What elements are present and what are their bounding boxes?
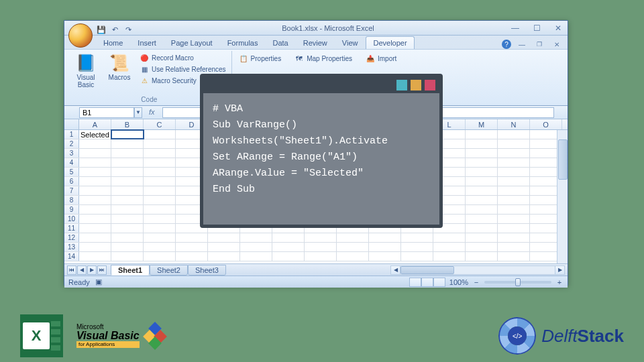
cell-N14[interactable] xyxy=(498,252,530,261)
cell-M1[interactable] xyxy=(466,130,498,139)
cell-B2[interactable] xyxy=(111,139,144,148)
cell-I14[interactable] xyxy=(337,252,369,261)
sheet-tab-sheet2[interactable]: Sheet2 xyxy=(150,265,188,276)
cell-N8[interactable] xyxy=(498,196,530,204)
cell-C10[interactable] xyxy=(144,215,176,223)
cell-N5[interactable] xyxy=(498,168,530,176)
relative-refs-button[interactable]: ▦ Use Relative References xyxy=(138,64,227,74)
workbook-restore-icon[interactable]: ❐ xyxy=(533,40,546,49)
page-break-view-button[interactable] xyxy=(433,278,445,287)
cell-M11[interactable] xyxy=(466,224,498,233)
sheet-tab-sheet3[interactable]: Sheet3 xyxy=(188,265,226,276)
cell-A4[interactable] xyxy=(79,158,111,167)
cell-C14[interactable] xyxy=(144,252,176,261)
zoom-slider[interactable] xyxy=(484,281,551,284)
tab-developer[interactable]: Developer xyxy=(366,36,414,49)
row-header[interactable]: 13 xyxy=(64,243,79,251)
cell-B14[interactable] xyxy=(111,252,144,261)
cell-M12[interactable] xyxy=(466,233,498,242)
zoom-slider-thumb[interactable] xyxy=(515,278,521,286)
cell-G13[interactable] xyxy=(272,243,305,251)
cell-B13[interactable] xyxy=(111,243,144,251)
properties-button[interactable]: 📋 Properties xyxy=(239,54,282,63)
row-header[interactable]: 5 xyxy=(64,168,79,176)
save-icon[interactable]: 💾 xyxy=(97,25,106,34)
cell-N11[interactable] xyxy=(498,224,530,233)
scroll-right-icon[interactable]: ▶ xyxy=(555,266,564,274)
ribbon-minimize-icon[interactable]: — xyxy=(515,40,529,49)
cell-M14[interactable] xyxy=(466,252,498,261)
last-sheet-icon[interactable]: ⏭ xyxy=(97,265,107,275)
cell-N13[interactable] xyxy=(498,243,530,251)
import-button[interactable]: 📥 Import xyxy=(366,54,396,63)
code-minimize-icon[interactable] xyxy=(396,80,407,90)
tab-data[interactable]: Data xyxy=(266,37,294,49)
map-properties-button[interactable]: 🗺 Map Properties xyxy=(294,54,352,63)
code-maximize-icon[interactable] xyxy=(411,80,421,90)
cell-F14[interactable] xyxy=(240,252,272,261)
close-icon[interactable]: ✕ xyxy=(551,23,565,33)
cell-K13[interactable] xyxy=(401,243,433,251)
cell-N1[interactable] xyxy=(498,130,530,139)
zoom-in-icon[interactable]: + xyxy=(555,278,564,286)
cell-A7[interactable] xyxy=(79,186,111,195)
vertical-scroll-thumb[interactable] xyxy=(558,139,568,180)
zoom-level[interactable]: 100% xyxy=(449,278,468,286)
code-close-icon[interactable] xyxy=(425,80,435,90)
tab-formulas[interactable]: Formulas xyxy=(221,37,265,49)
cell-D12[interactable] xyxy=(176,233,208,242)
cell-C11[interactable] xyxy=(144,224,176,233)
next-sheet-icon[interactable]: ▶ xyxy=(87,265,97,275)
cell-B1[interactable] xyxy=(111,130,144,139)
name-box[interactable]: B1 xyxy=(79,107,134,118)
normal-view-button[interactable] xyxy=(409,278,421,287)
select-all-corner[interactable] xyxy=(64,119,79,129)
tab-view[interactable]: View xyxy=(335,37,365,49)
cell-M10[interactable] xyxy=(466,215,498,223)
first-sheet-icon[interactable]: ⏮ xyxy=(67,265,76,275)
cell-M8[interactable] xyxy=(466,196,498,204)
cell-D13[interactable] xyxy=(176,243,208,251)
cell-F12[interactable] xyxy=(240,233,272,242)
row-header[interactable]: 9 xyxy=(64,205,79,214)
scroll-left-icon[interactable]: ◀ xyxy=(391,266,400,274)
cell-D14[interactable] xyxy=(176,252,208,261)
cell-N6[interactable] xyxy=(498,177,530,186)
cell-E14[interactable] xyxy=(208,252,240,261)
cell-B8[interactable] xyxy=(111,196,144,204)
macros-button[interactable]: 📜 Macros xyxy=(105,52,134,88)
vertical-scrollbar[interactable] xyxy=(557,130,568,263)
cell-M4[interactable] xyxy=(466,158,498,167)
cell-B10[interactable] xyxy=(111,215,144,223)
cell-L14[interactable] xyxy=(433,252,466,261)
row-header[interactable]: 4 xyxy=(64,158,79,167)
tab-home[interactable]: Home xyxy=(97,37,129,49)
row-header[interactable]: 6 xyxy=(64,177,79,186)
code-window-titlebar[interactable] xyxy=(203,77,439,93)
cell-N2[interactable] xyxy=(498,139,530,148)
cell-B9[interactable] xyxy=(111,205,144,214)
cell-J14[interactable] xyxy=(369,252,401,261)
cell-J13[interactable] xyxy=(369,243,401,251)
cell-H14[interactable] xyxy=(305,252,337,261)
cell-M6[interactable] xyxy=(466,177,498,186)
cell-M3[interactable] xyxy=(466,149,498,158)
cell-C12[interactable] xyxy=(144,233,176,242)
cell-F13[interactable] xyxy=(240,243,272,251)
cell-C4[interactable] xyxy=(144,158,176,167)
cell-C2[interactable] xyxy=(144,139,176,148)
tab-review[interactable]: Review xyxy=(297,37,334,49)
column-header[interactable]: A xyxy=(79,119,111,129)
cell-M9[interactable] xyxy=(466,205,498,214)
page-layout-view-button[interactable] xyxy=(421,278,433,287)
cell-C6[interactable] xyxy=(144,177,176,186)
cell-A12[interactable] xyxy=(79,233,111,242)
cell-B3[interactable] xyxy=(111,149,144,158)
row-header[interactable]: 2 xyxy=(64,139,79,148)
cell-C9[interactable] xyxy=(144,205,176,214)
cell-C7[interactable] xyxy=(144,186,176,195)
cell-A10[interactable] xyxy=(79,215,111,223)
cell-B7[interactable] xyxy=(111,186,144,195)
row-header[interactable]: 8 xyxy=(64,196,79,204)
cell-A5[interactable] xyxy=(79,168,111,176)
